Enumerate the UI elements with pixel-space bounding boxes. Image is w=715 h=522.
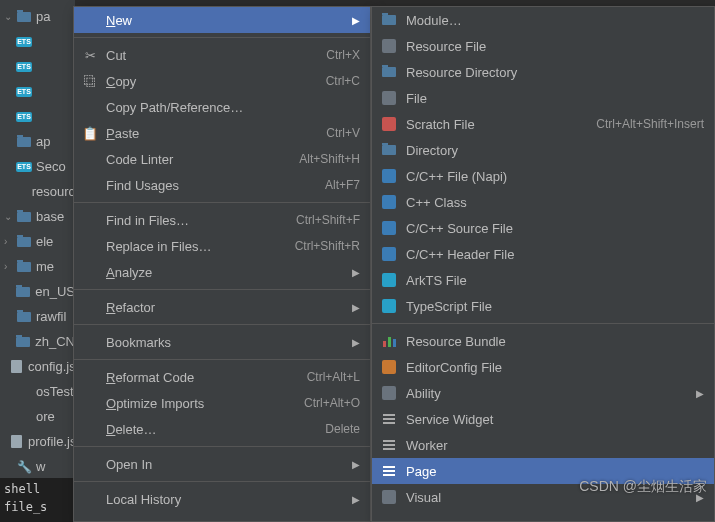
menu-item[interactable]: Worker	[372, 432, 714, 458]
menu-item[interactable]: Resource Directory	[372, 59, 714, 85]
tree-item-label: ore	[36, 409, 55, 424]
menu-separator	[74, 446, 370, 447]
terminal-panel[interactable]: shell file_s	[0, 478, 75, 522]
orange-icon	[380, 360, 398, 374]
menu-item[interactable]: Module…	[372, 7, 714, 33]
menu-item[interactable]: Reformat CodeCtrl+Alt+L	[74, 364, 370, 390]
menu-item[interactable]: New▶	[74, 7, 370, 33]
menu-item-label: Bookmarks	[106, 335, 344, 350]
submenu-arrow-icon: ▶	[696, 492, 704, 503]
menu-item[interactable]: ⿻CopyCtrl+C	[74, 68, 370, 94]
menu-shortcut: Ctrl+X	[326, 48, 360, 62]
tree-item[interactable]: osTest	[0, 379, 75, 404]
tree-item[interactable]: config.js	[0, 354, 75, 379]
tree-item[interactable]: ETS	[0, 29, 75, 54]
menu-separator	[74, 202, 370, 203]
chevron-icon: ›	[4, 261, 12, 272]
menu-item[interactable]: Page	[372, 458, 714, 484]
menu-item[interactable]: Code LinterAlt+Shift+H	[74, 146, 370, 172]
menu-item[interactable]: C/C++ Source File	[372, 215, 714, 241]
wrench-icon: 🔧	[16, 459, 32, 475]
menu-item-label: C/C++ File (Napi)	[406, 169, 704, 184]
project-tree[interactable]: ⌄paETSETSETSETSapETSSecoresourc⌄base›ele…	[0, 0, 75, 522]
tree-item-label: base	[36, 209, 64, 224]
folder-icon	[16, 234, 32, 250]
menu-shortcut: Delete	[325, 422, 360, 436]
tree-item[interactable]: ⌄pa	[0, 4, 75, 29]
ets-file-icon: ETS	[16, 159, 32, 175]
menu-item[interactable]: Ability▶	[372, 380, 714, 406]
menu-item[interactable]: EditorConfig File	[372, 354, 714, 380]
tree-item-label: osTest	[36, 384, 74, 399]
menu-item[interactable]: Resource File	[372, 33, 714, 59]
menu-item[interactable]: ArkTS File	[372, 267, 714, 293]
menu-item[interactable]: Open In▶	[74, 451, 370, 477]
tree-item[interactable]: ETS	[0, 104, 75, 129]
menu-item[interactable]: C/C++ File (Napi)	[372, 163, 714, 189]
menu-item[interactable]: Optimize ImportsCtrl+Alt+O	[74, 390, 370, 416]
menu-shortcut: Alt+Shift+H	[299, 152, 360, 166]
tree-item[interactable]: ⌄base	[0, 204, 75, 229]
ets-file-icon: ETS	[16, 34, 32, 50]
menu-separator	[74, 37, 370, 38]
tree-item[interactable]: resourc	[0, 179, 75, 204]
menu-item-label: C/C++ Header File	[406, 247, 704, 262]
submenu-arrow-icon: ▶	[352, 459, 360, 470]
tree-item-label: en_US	[35, 284, 75, 299]
menu-item-label: Resource Bundle	[406, 334, 704, 349]
menu-item-label: ArkTS File	[406, 273, 704, 288]
menu-item[interactable]: Find UsagesAlt+F7	[74, 172, 370, 198]
tree-item[interactable]: ›me	[0, 254, 75, 279]
menu-item[interactable]: C/C++ Header File	[372, 241, 714, 267]
menu-item[interactable]: Analyze▶	[74, 259, 370, 285]
blue-icon	[380, 195, 398, 209]
menu-item-label: Open In	[106, 457, 344, 472]
menu-item[interactable]: Delete…Delete	[74, 416, 370, 442]
menu-shortcut: Ctrl+C	[326, 74, 360, 88]
menu-item-label: Copy	[106, 74, 318, 89]
menu-item[interactable]: Find in Files…Ctrl+Shift+F	[74, 207, 370, 233]
tree-item[interactable]: ETS	[0, 79, 75, 104]
tree-item[interactable]: ap	[0, 129, 75, 154]
tree-item[interactable]: rawfil	[0, 304, 75, 329]
menu-item[interactable]: Resource Bundle	[372, 328, 714, 354]
menu-item[interactable]: Bookmarks▶	[74, 329, 370, 355]
menu-item[interactable]: TypeScript File	[372, 293, 714, 319]
folder-icon	[15, 334, 31, 350]
tree-item-label: resourc	[32, 184, 75, 199]
menu-item[interactable]: Local History▶	[74, 486, 370, 512]
tree-item[interactable]: profile.js	[0, 429, 75, 454]
menu-item[interactable]: 📋PasteCtrl+V	[74, 120, 370, 146]
menu-item-label: Resource File	[406, 39, 704, 54]
menu-item[interactable]: File	[372, 85, 714, 111]
menu-item-label: Visual	[406, 490, 688, 505]
tree-item[interactable]: ore	[0, 404, 75, 429]
menu-item[interactable]: Visual▶	[372, 484, 714, 510]
tree-item-label: rawfil	[36, 309, 66, 324]
tree-item[interactable]: en_US	[0, 279, 75, 304]
blue-icon	[380, 221, 398, 235]
menu-item[interactable]: Copy Path/Reference…	[74, 94, 370, 120]
menu-item[interactable]: Replace in Files…Ctrl+Shift+R	[74, 233, 370, 259]
menu-separator	[74, 481, 370, 482]
tree-item[interactable]: 🔧w	[0, 454, 75, 479]
tree-item[interactable]: ›ele	[0, 229, 75, 254]
menu-item[interactable]: Directory	[372, 137, 714, 163]
menu-item[interactable]: Service Widget	[372, 406, 714, 432]
menu-item[interactable]: Refactor▶	[74, 294, 370, 320]
menu-item-label: Module…	[406, 13, 704, 28]
menu-item-label: Replace in Files…	[106, 239, 287, 254]
gray-icon	[380, 490, 398, 504]
tree-item-label: Seco	[36, 159, 66, 174]
menu-item[interactable]: ✂CutCtrl+X	[74, 42, 370, 68]
action-icon: 📋	[82, 126, 98, 141]
tree-item[interactable]: ETSSeco	[0, 154, 75, 179]
menu-item-label: Find in Files…	[106, 213, 288, 228]
menu-item-label: Resource Directory	[406, 65, 704, 80]
submenu-arrow-icon: ▶	[696, 388, 704, 399]
menu-item[interactable]: Scratch FileCtrl+Alt+Shift+Insert	[372, 111, 714, 137]
tree-item[interactable]: zh_CN	[0, 329, 75, 354]
teal-icon	[380, 299, 398, 313]
menu-item[interactable]: C++ Class	[372, 189, 714, 215]
tree-item[interactable]: ETS	[0, 54, 75, 79]
